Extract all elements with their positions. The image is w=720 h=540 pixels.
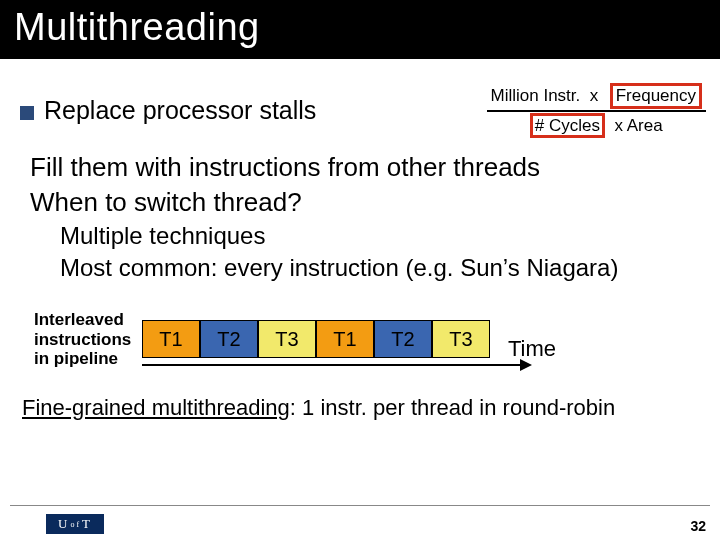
pipe-box: T2	[374, 320, 432, 358]
lvl3a-text: Multiple techniques	[60, 222, 265, 249]
den-times-area: x Area	[614, 116, 662, 135]
row-main-bullet: Replace processor stalls Million Instr. …	[20, 83, 712, 138]
time-arrow-icon	[142, 364, 530, 366]
den-cycles: # Cycles	[535, 116, 600, 135]
highlight-frequency: Frequency	[610, 83, 702, 109]
pipe-box: T2	[200, 320, 258, 358]
highlight-cycles: # Cycles	[530, 113, 605, 139]
pipeline-diagram: Interleaved instructions in pipeline T1 …	[34, 310, 712, 369]
pipe-box: T1	[316, 320, 374, 358]
bullet-when-switch: When to switch thread?	[24, 187, 712, 220]
num-million-instr: Million Instr.	[491, 86, 581, 105]
title-bar: Multithreading	[0, 0, 720, 59]
logo-t: T	[82, 516, 92, 532]
logo-of: of	[70, 520, 81, 529]
fine-grained-rest: : 1 instr. per thread in round-robin	[290, 395, 615, 420]
pipe-box: T3	[258, 320, 316, 358]
pipe-label-l2: instructions	[34, 330, 142, 350]
pipe-label-l1: Interleaved	[34, 310, 142, 330]
logo-u: U	[58, 516, 69, 532]
pipeline-label: Interleaved instructions in pipeline	[34, 310, 142, 369]
fine-grained-underlined: Fine-grained multithreading	[22, 395, 290, 420]
formula-denominator: # Cycles x Area	[487, 112, 706, 139]
bullet1-text: Replace processor stalls	[44, 96, 316, 124]
fine-grained-line: Fine-grained multithreading: 1 instr. pe…	[22, 395, 712, 421]
lvl3b-text: Most common: every instruction (e.g. Sun…	[60, 254, 618, 281]
formula-numerator: Million Instr. x Frequency	[487, 83, 706, 112]
pipeline-boxes: T1 T2 T3 T1 T2 T3	[142, 320, 490, 358]
num-frequency: Frequency	[616, 86, 696, 105]
footer-divider	[10, 505, 710, 506]
slide-title: Multithreading	[14, 6, 706, 49]
square-bullet-icon	[20, 106, 34, 120]
uoft-logo: UofT	[46, 514, 104, 534]
mips-formula: Million Instr. x Frequency # Cycles x Ar…	[487, 83, 706, 138]
pipe-box: T3	[432, 320, 490, 358]
slide-content: Replace processor stalls Million Instr. …	[0, 59, 720, 421]
time-label: Time	[508, 336, 556, 362]
lvl2b-text: When to switch thread?	[30, 187, 302, 217]
slide: Multithreading Replace processor stalls …	[0, 0, 720, 540]
bullet-multiple-techniques: Multiple techniques	[54, 222, 712, 252]
pipe-label-l3: in pipeline	[34, 349, 142, 369]
bullet-fill-instructions: Fill them with instructions from other t…	[24, 152, 712, 185]
lvl2a-text: Fill them with instructions from other t…	[30, 152, 540, 182]
bullet-most-common: Most common: every instruction (e.g. Sun…	[54, 254, 712, 284]
page-number: 32	[690, 518, 706, 534]
bullet-replace-stalls: Replace processor stalls	[20, 96, 316, 125]
num-times: x	[590, 86, 599, 105]
pipe-box: T1	[142, 320, 200, 358]
